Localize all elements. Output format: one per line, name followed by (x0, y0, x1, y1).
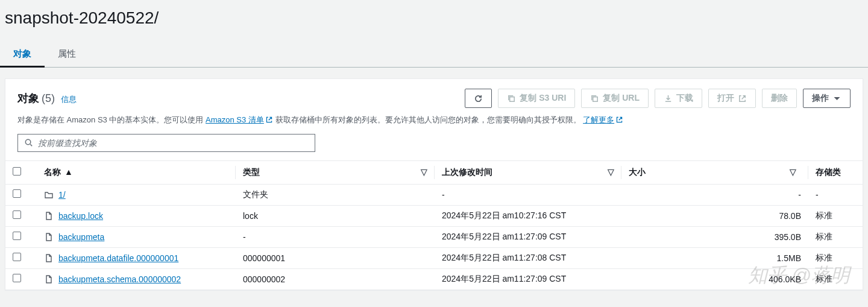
cell-modified: 2024年5月22日 am10:27:16 CST (435, 205, 621, 226)
open-label: 打开 (717, 93, 734, 104)
copy-url-button[interactable]: 复制 URL (581, 89, 649, 108)
objects-panel: 对象 (5) 信息 复制 S3 URI 复制 URL 下载 打开 (5, 78, 863, 291)
tab-properties[interactable]: 属性 (45, 42, 89, 67)
row-checkbox[interactable] (13, 232, 21, 240)
filter-icon[interactable]: ▽ (421, 167, 427, 177)
cell-size: 1.5MB (621, 247, 808, 268)
external-icon (615, 116, 623, 124)
learn-more-link[interactable]: 了解更多 (583, 115, 623, 124)
svg-rect-0 (510, 97, 515, 101)
row-checkbox[interactable] (13, 274, 21, 282)
file-icon (44, 232, 54, 242)
object-link[interactable]: backupmeta (58, 232, 104, 242)
external-icon (265, 116, 273, 124)
file-icon (44, 253, 54, 263)
download-label: 下载 (676, 93, 693, 104)
object-link[interactable]: backupmeta.schema.000000002 (58, 274, 181, 284)
select-all-checkbox[interactable] (13, 167, 21, 176)
row-checkbox[interactable] (13, 210, 21, 219)
objects-table: 名称▲ 类型▽ 上次修改时间▽ ▽大小 存储类 1/文件夹---backup.l… (5, 160, 863, 290)
refresh-icon (474, 94, 483, 103)
col-type[interactable]: 类型▽ (236, 160, 435, 184)
search-input[interactable] (38, 138, 309, 148)
row-checkbox[interactable] (13, 189, 21, 198)
delete-label: 删除 (771, 93, 788, 104)
cell-modified: 2024年5月22日 am11:27:08 CST (435, 247, 621, 268)
cell-size: 406.0KB (621, 268, 808, 290)
copy-url-label: 复制 URL (603, 93, 640, 104)
delete-button[interactable]: 删除 (762, 89, 797, 108)
external-icon (738, 94, 747, 103)
cell-storage: 标准 (808, 247, 863, 268)
col-name[interactable]: 名称▲ (37, 160, 236, 184)
object-link[interactable]: backup.lock (58, 211, 103, 221)
cell-size: - (621, 184, 808, 205)
cell-type: - (236, 226, 435, 247)
file-icon (44, 274, 54, 284)
sort-asc-icon: ▲ (64, 167, 73, 177)
filter-icon[interactable]: ▽ (608, 167, 614, 177)
cell-type: 000000002 (236, 268, 435, 290)
cell-storage: 标准 (808, 268, 863, 290)
object-link[interactable]: 1/ (58, 190, 66, 200)
cell-type: 000000001 (236, 247, 435, 268)
cell-storage: - (808, 184, 863, 205)
col-modified[interactable]: 上次修改时间▽ (435, 160, 621, 184)
cell-storage: 标准 (808, 226, 863, 247)
svg-point-2 (25, 140, 30, 145)
folder-icon (44, 190, 54, 200)
col-storage[interactable]: 存储类 (808, 160, 863, 184)
cell-size: 395.0B (621, 226, 808, 247)
table-row: 1/文件夹--- (5, 184, 863, 205)
download-icon (664, 94, 673, 103)
page-title: snapshot-20240522/ (0, 0, 868, 31)
search-icon (24, 138, 33, 147)
cell-storage: 标准 (808, 205, 863, 226)
row-checkbox[interactable] (13, 253, 21, 261)
cell-type: 文件夹 (236, 184, 435, 205)
open-button[interactable]: 打开 (708, 89, 756, 108)
table-row: backupmeta.schema.0000000020000000022024… (5, 268, 863, 290)
panel-description: 对象是存储在 Amazon S3 中的基本实体。您可以使用 Amazon S3 … (5, 112, 863, 134)
actions-label: 操作 (812, 93, 829, 104)
panel-title: 对象 (5) 信息 (17, 91, 77, 106)
search-box[interactable] (17, 134, 315, 152)
file-icon (44, 211, 54, 221)
download-button[interactable]: 下载 (655, 89, 702, 108)
filter-icon[interactable]: ▽ (790, 167, 796, 177)
svg-rect-1 (593, 97, 598, 101)
cell-type: lock (236, 205, 435, 226)
cell-size: 78.0B (621, 205, 808, 226)
desc-text-1: 对象是存储在 Amazon S3 中的基本实体。您可以使用 (17, 115, 206, 124)
table-row: backupmeta.datafile.00000000100000000120… (5, 247, 863, 268)
caret-down-icon (832, 94, 841, 103)
table-row: backupmeta-2024年5月22日 am11:27:09 CST395.… (5, 226, 863, 247)
panel-title-text: 对象 (17, 91, 39, 106)
info-link[interactable]: 信息 (61, 94, 77, 105)
refresh-button[interactable] (465, 89, 492, 108)
cell-modified: 2024年5月22日 am11:27:09 CST (435, 226, 621, 247)
copy-s3-uri-button[interactable]: 复制 S3 URI (498, 89, 575, 108)
desc-text-2: 获取存储桶中所有对象的列表。要允许其他人访问您的对象，您需要明确向其授予权限。 (275, 115, 581, 124)
s3-inventory-link[interactable]: Amazon S3 清单 (206, 115, 273, 124)
cell-modified: 2024年5月22日 am11:27:09 CST (435, 268, 621, 290)
copy-icon (590, 94, 599, 103)
toolbar: 复制 S3 URI 复制 URL 下载 打开 删除 操作 (465, 89, 851, 108)
copy-icon (507, 94, 516, 103)
object-count: (5) (42, 92, 55, 105)
tab-bar: 对象 属性 (0, 42, 868, 68)
cell-modified: - (435, 184, 621, 205)
col-size[interactable]: ▽大小 (621, 160, 808, 184)
tab-objects[interactable]: 对象 (0, 42, 45, 68)
copy-s3-label: 复制 S3 URI (520, 93, 566, 104)
table-row: backup.locklock2024年5月22日 am10:27:16 CST… (5, 205, 863, 226)
actions-button[interactable]: 操作 (803, 89, 851, 108)
object-link[interactable]: backupmeta.datafile.000000001 (58, 253, 178, 263)
